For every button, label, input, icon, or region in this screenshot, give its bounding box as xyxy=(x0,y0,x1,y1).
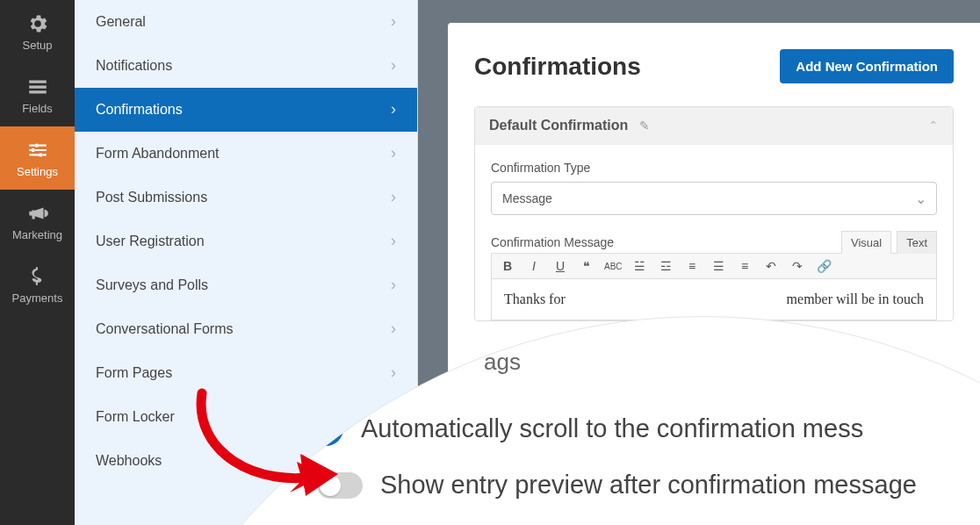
submenu-label: Webhooks xyxy=(96,453,162,469)
confirmation-panel: Default Confirmation ✎ ⌃ Confirmation Ty… xyxy=(474,106,954,321)
submenu-label: Surveys and Polls xyxy=(96,277,208,293)
confirmation-name: Default Confirmation xyxy=(489,118,628,133)
chevron-right-icon: › xyxy=(391,188,396,206)
submenu-conversational-forms[interactable]: Conversational Forms› xyxy=(75,307,417,351)
nav-rail: Setup Fields Settings Marketing Payments xyxy=(0,0,75,525)
submenu-general[interactable]: General› xyxy=(75,0,417,44)
megaphone-icon xyxy=(26,202,49,225)
svg-point-1 xyxy=(31,147,34,151)
rail-label: Setup xyxy=(23,39,53,52)
submenu-confirmations[interactable]: Confirmations› xyxy=(75,88,417,132)
rail-fields[interactable]: Fields xyxy=(0,63,75,126)
rail-label: Settings xyxy=(17,165,58,178)
submenu-label: Post Submissions xyxy=(96,190,207,205)
chevron-right-icon: › xyxy=(391,100,396,119)
undo-button[interactable]: ↶ xyxy=(762,259,780,273)
rail-label: Fields xyxy=(22,102,53,115)
rail-setup[interactable]: Setup xyxy=(0,0,75,63)
submenu-surveys-polls[interactable]: Surveys and Polls› xyxy=(75,263,417,307)
submenu-label: Form Locker xyxy=(96,409,175,425)
submenu-label: Confirmations xyxy=(96,102,183,118)
sliders-icon xyxy=(26,139,49,162)
chevron-right-icon: › xyxy=(391,12,396,31)
confirmation-type-select[interactable]: Message xyxy=(491,182,937,215)
submenu-form-abandonment[interactable]: Form Abandonment› xyxy=(75,132,417,176)
submenu-label: General xyxy=(96,14,146,30)
message-label: Confirmation Message xyxy=(491,235,614,249)
submenu-label: User Registration xyxy=(96,234,205,249)
zoom-text-fragment: ags xyxy=(484,349,917,376)
bold-button[interactable]: B xyxy=(499,259,516,273)
editor-tab-text[interactable]: Text xyxy=(897,231,937,254)
chevron-right-icon: › xyxy=(391,320,396,338)
collapse-icon[interactable]: ⌃ xyxy=(928,119,939,133)
entry-preview-label: Show entry preview after confirmation me… xyxy=(380,471,917,500)
editor-tab-visual[interactable]: Visual xyxy=(841,231,891,254)
align-center-button[interactable]: ☰ xyxy=(710,259,727,273)
dollar-icon xyxy=(26,265,49,288)
rail-settings[interactable]: Settings xyxy=(0,126,75,190)
add-confirmation-button[interactable]: Add New Confirmation xyxy=(780,49,954,83)
submenu-notifications[interactable]: Notifications› xyxy=(75,44,417,88)
rail-marketing[interactable]: Marketing xyxy=(0,190,75,253)
submenu-form-pages[interactable]: Form Pages› xyxy=(75,351,417,395)
edit-name-icon[interactable]: ✎ xyxy=(639,119,650,133)
ol-button[interactable]: ☲ xyxy=(657,259,674,273)
page-title: Confirmations xyxy=(474,53,641,81)
chevron-right-icon: › xyxy=(391,276,396,294)
submenu-label: Notifications xyxy=(96,58,172,74)
align-right-button[interactable]: ≡ xyxy=(736,259,753,273)
svg-point-2 xyxy=(39,153,42,156)
redo-button[interactable]: ↷ xyxy=(789,259,806,273)
svg-point-0 xyxy=(34,143,38,147)
strike-button[interactable]: ABC xyxy=(604,262,622,271)
editor-text-left: Thanks for xyxy=(504,291,566,306)
ul-button[interactable]: ☱ xyxy=(631,259,648,273)
chevron-right-icon: › xyxy=(391,232,396,250)
submenu-user-registration[interactable]: User Registration› xyxy=(75,219,417,263)
quote-button[interactable]: ❝ xyxy=(578,259,595,273)
type-label: Confirmation Type xyxy=(491,161,937,175)
submenu-post-submissions[interactable]: Post Submissions› xyxy=(75,176,417,219)
auto-scroll-label: Automatically scroll to the confirmation… xyxy=(361,414,863,443)
rail-label: Marketing xyxy=(12,228,62,241)
editor-text-right: member will be in touch xyxy=(787,291,924,307)
chevron-right-icon: › xyxy=(391,363,396,382)
chevron-right-icon: › xyxy=(391,144,396,162)
gear-icon xyxy=(26,12,49,35)
editor-toolbar: B I U ❝ ABC ☱ ☲ ≡ ☰ ≡ ↶ ↷ 🔗 xyxy=(491,253,937,279)
submenu-label: Form Pages xyxy=(96,365,172,381)
submenu-label: Conversational Forms xyxy=(96,321,234,337)
italic-button[interactable]: I xyxy=(525,259,543,273)
chevron-right-icon: › xyxy=(391,56,396,75)
rail-payments[interactable]: Payments xyxy=(0,253,75,316)
submenu-label: Form Abandonment xyxy=(96,146,220,162)
rail-label: Payments xyxy=(12,291,63,305)
list-icon xyxy=(26,76,49,98)
link-button[interactable]: 🔗 xyxy=(815,259,832,273)
message-editor[interactable]: Thanks for member will be in touch xyxy=(491,279,937,320)
align-left-button[interactable]: ≡ xyxy=(683,259,701,273)
confirmation-header[interactable]: Default Confirmation ✎ ⌃ xyxy=(475,107,953,145)
underline-button[interactable]: U xyxy=(551,259,569,273)
entry-preview-toggle[interactable] xyxy=(317,472,363,499)
